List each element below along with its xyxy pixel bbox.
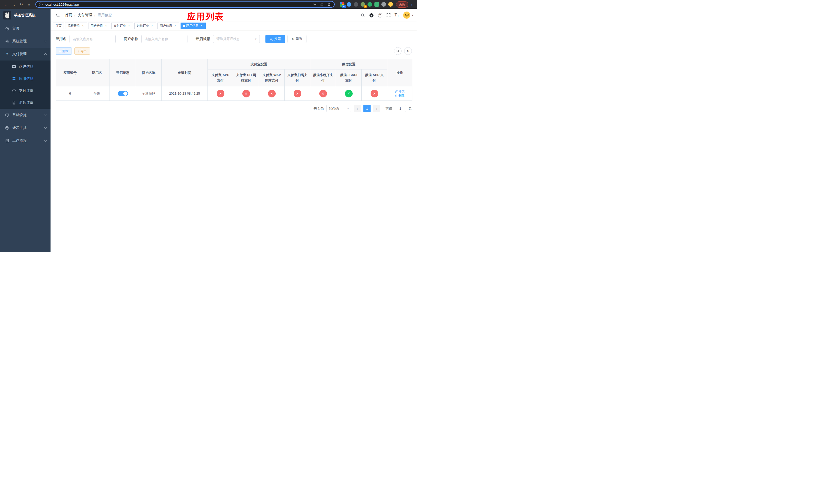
- chevron-down-icon: ▾: [347, 107, 349, 110]
- sidebar-item-system[interactable]: 系统管理: [0, 35, 50, 48]
- main-header: 首页 / 支付管理 / 应用信息 ?: [50, 9, 417, 22]
- extension-colorful-icon[interactable]: 10: [340, 2, 345, 7]
- prev-page-button[interactable]: ‹: [354, 105, 361, 112]
- refresh-table-button[interactable]: ↻: [404, 47, 412, 55]
- edit-link[interactable]: 修改: [395, 89, 405, 94]
- breadcrumb-home[interactable]: 首页: [65, 13, 72, 18]
- status-select[interactable]: 请选择开启状态 ▾: [213, 35, 260, 43]
- merchant-name-input[interactable]: [141, 35, 188, 43]
- extension-pin-icon[interactable]: [381, 2, 386, 7]
- logo-avatar: [3, 11, 11, 20]
- tab-close-icon[interactable]: ×: [104, 24, 108, 28]
- tab-process-form[interactable]: 流程表单 ×: [65, 23, 87, 29]
- back-icon[interactable]: ←: [3, 1, 9, 8]
- share-icon[interactable]: [320, 2, 324, 6]
- wechat-jsapi-status-icon: ✓: [345, 90, 353, 97]
- download-icon: ↓: [78, 49, 80, 53]
- app-table: 应用编号 应用名 开启状态 商户名称 创建时间 支付宝配置 微信配置 操作 支付…: [56, 59, 412, 101]
- sidebar-logo[interactable]: 芋道管理系统: [0, 9, 50, 22]
- tab-label: 商户信息: [160, 24, 172, 28]
- sidebar-item-workflow[interactable]: 工作流程: [0, 134, 50, 147]
- tab-close-icon[interactable]: ×: [150, 24, 154, 28]
- sidebar-item-infrastructure[interactable]: 基础设施: [0, 109, 50, 121]
- reset-button[interactable]: ↻ 重置: [287, 35, 306, 43]
- tab-payment-order[interactable]: 支付订单 ×: [111, 23, 133, 29]
- breadcrumb-separator: /: [74, 13, 75, 17]
- font-size-icon[interactable]: TT: [395, 13, 399, 18]
- url-text[interactable]: localhost:1024/pay/app: [45, 3, 311, 6]
- fullscreen-icon[interactable]: [387, 13, 391, 17]
- sidebar-item-payment[interactable]: ¥ 支付管理: [0, 48, 50, 61]
- col-header-app-id: 应用编号: [56, 59, 84, 86]
- bookmark-star-icon[interactable]: [327, 2, 331, 6]
- tab-home[interactable]: 首页: [53, 23, 64, 29]
- extension-badge: 1: [364, 5, 367, 8]
- toggle-search-button[interactable]: [394, 47, 402, 55]
- extension-avatar-icon[interactable]: 1: [360, 2, 365, 7]
- wechat-mini-status-icon: ×: [319, 90, 327, 97]
- tab-refund-order[interactable]: 退款订单 ×: [134, 23, 156, 29]
- tab-user-group[interactable]: 用户分组 ×: [88, 23, 110, 29]
- sidebar-item-devtools[interactable]: 研发工具: [0, 121, 50, 134]
- status-toggle[interactable]: [118, 91, 128, 96]
- search-icon[interactable]: [360, 13, 365, 18]
- extension-wechat-icon[interactable]: [368, 2, 372, 7]
- sidebar-item-label: 商户信息: [19, 64, 33, 69]
- home-icon[interactable]: ⌂: [26, 1, 32, 8]
- app-name-input[interactable]: [69, 35, 116, 43]
- sidebar-item-merchant-info[interactable]: 商户信息: [0, 61, 50, 72]
- yen-icon: ¥: [5, 52, 9, 56]
- cell-app-name: 芋道: [84, 86, 110, 101]
- tab-merchant-info[interactable]: 商户信息 ×: [157, 23, 179, 29]
- search-button[interactable]: 搜索: [265, 35, 285, 43]
- font-size-big: T: [395, 13, 397, 18]
- tab-close-icon[interactable]: ×: [81, 24, 85, 28]
- sidebar-item-label: 研发工具: [12, 125, 27, 130]
- tab-label: 退款订单: [137, 24, 149, 28]
- user-avatar[interactable]: ▾: [403, 11, 413, 19]
- add-button[interactable]: + 新增: [56, 47, 72, 54]
- page-size-select[interactable]: 10条/页 ▾: [327, 105, 351, 112]
- goto-page-input[interactable]: [395, 105, 406, 112]
- help-icon[interactable]: ?: [378, 13, 382, 18]
- page-annotation-title: 应用列表: [187, 11, 224, 23]
- forward-icon[interactable]: →: [10, 1, 17, 8]
- tab-close-icon[interactable]: ×: [127, 24, 131, 28]
- tab-label: 首页: [56, 24, 62, 28]
- extension-emoji-icon[interactable]: [388, 2, 393, 7]
- tab-app-info[interactable]: 应用信息 ×: [180, 23, 206, 29]
- chevron-up-icon: [44, 53, 47, 56]
- address-bar[interactable]: i localhost:1024/pay/app: [36, 1, 335, 8]
- sidebar-item-payment-order[interactable]: 支付订单: [0, 85, 50, 97]
- extension-blue-icon[interactable]: [347, 2, 351, 7]
- browser-menu-icon[interactable]: ⋮: [409, 2, 414, 7]
- page-size-value: 10条/页: [329, 107, 339, 111]
- filter-form: 应用名 商户名称 开启状态 请选择开启状态 ▾ 搜索 ↻ 重: [56, 35, 412, 43]
- breadcrumb-payment[interactable]: 支付管理: [78, 13, 92, 18]
- extension-dark-icon[interactable]: [354, 2, 358, 7]
- chevron-down-icon: ▾: [255, 38, 257, 41]
- sidebar-item-home[interactable]: 首页: [0, 22, 50, 35]
- sidebar-item-refund-order[interactable]: 退款订单: [0, 97, 50, 109]
- tab-close-icon[interactable]: ×: [173, 24, 177, 28]
- cell-wechat-jsapi: ✓: [336, 86, 361, 101]
- sidebar-item-app-info[interactable]: 应用信息: [0, 72, 50, 85]
- site-info-icon[interactable]: i: [39, 3, 43, 6]
- plus-icon: +: [59, 49, 61, 53]
- export-button[interactable]: ↓ 导出: [74, 47, 90, 54]
- cell-actions: 修改 删除: [387, 86, 412, 101]
- extension-notebook-icon[interactable]: [374, 2, 379, 7]
- next-page-button[interactable]: ›: [373, 105, 380, 112]
- chrome-update-button[interactable]: 更新: [396, 1, 408, 8]
- font-size-small: T: [397, 15, 399, 18]
- order-icon: [12, 89, 16, 93]
- current-page-button[interactable]: 1: [364, 105, 371, 112]
- sidebar-fold-icon[interactable]: [54, 12, 61, 19]
- tab-close-icon[interactable]: ×: [200, 24, 203, 28]
- key-icon[interactable]: [313, 2, 317, 6]
- cell-alipay-pc: ×: [233, 86, 259, 101]
- github-icon[interactable]: [369, 13, 374, 18]
- delete-link[interactable]: 删除: [395, 94, 405, 98]
- cell-status: [110, 86, 136, 101]
- reload-icon[interactable]: ↻: [18, 1, 25, 8]
